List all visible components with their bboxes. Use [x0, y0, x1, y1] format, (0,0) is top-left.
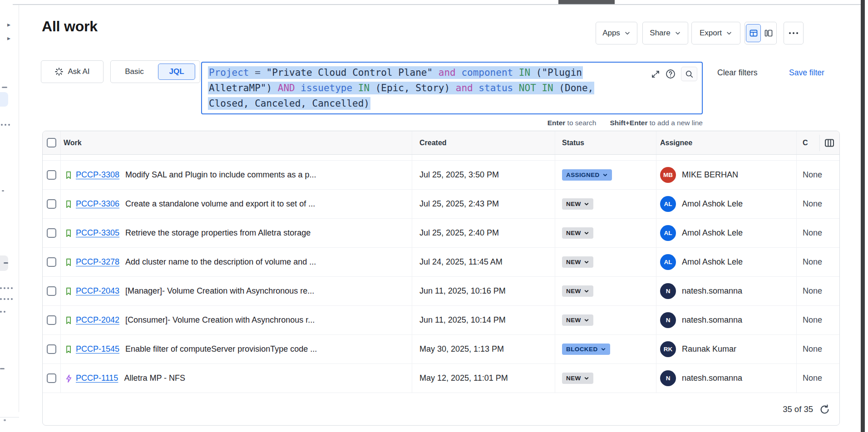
ask-ai-button[interactable]: Ask AI — [41, 60, 104, 83]
table-view-toggle[interactable] — [746, 24, 761, 42]
mode-basic-button[interactable]: Basic — [111, 67, 158, 76]
configure-columns-button[interactable] — [819, 135, 836, 151]
story-icon — [64, 228, 74, 238]
chevron-down-icon — [601, 347, 606, 352]
issue-summary[interactable]: Create a standalone volume and export it… — [125, 199, 315, 209]
mode-jql-button[interactable]: JQL — [158, 64, 195, 80]
jql-input[interactable]: Project = "Private Cloud Control Plane" … — [208, 65, 594, 111]
refresh-button[interactable] — [819, 404, 830, 415]
ai-sparkle-icon — [54, 67, 64, 76]
row-checkbox[interactable] — [47, 199, 56, 209]
chevron-right-icon[interactable]: ▸ — [7, 21, 10, 28]
sidebar-fragment — [4, 419, 6, 421]
row-checkbox[interactable] — [47, 257, 56, 267]
more-actions-button[interactable] — [784, 22, 804, 44]
syntax-help-button[interactable] — [665, 69, 676, 79]
status-badge[interactable]: NEW — [562, 373, 593, 384]
status-badge[interactable]: NEW — [562, 285, 593, 297]
issue-summary[interactable]: Modify SAL and Plugin to include comment… — [125, 170, 316, 180]
issue-summary[interactable]: Alletra MP - NFS — [124, 373, 185, 383]
row-checkbox[interactable] — [47, 228, 56, 238]
assignee-avatar[interactable]: AL — [660, 225, 676, 241]
status-label: NEW — [566, 201, 581, 207]
issue-key-link[interactable]: PCCP-2042 — [76, 315, 119, 325]
status-badge[interactable]: NEW — [562, 314, 593, 326]
detail-view-toggle[interactable] — [762, 24, 775, 42]
row-checkbox[interactable] — [47, 344, 56, 354]
run-search-button[interactable] — [681, 67, 697, 81]
issue-key-link[interactable]: PCCP-3308 — [76, 170, 119, 180]
table-row: PCCP-3308 Modify SAL and Plugin to inclu… — [43, 161, 839, 190]
export-button[interactable]: Export — [691, 22, 740, 44]
status-badge[interactable]: NEW — [562, 227, 593, 239]
status-label: NEW — [566, 375, 581, 382]
chevron-down-icon — [584, 260, 589, 265]
assignee-name: Amol Ashok Lele — [682, 199, 743, 209]
issue-key-link[interactable]: PCCP-1115 — [76, 373, 118, 383]
assignee-avatar[interactable]: RK — [660, 341, 676, 357]
issue-key-link[interactable]: PCCP-3278 — [76, 257, 119, 267]
row-checkbox[interactable] — [47, 170, 56, 180]
column-header-assignee[interactable]: Assignee — [660, 139, 692, 147]
story-icon — [64, 286, 74, 296]
apps-button[interactable]: Apps — [596, 22, 637, 44]
assignee-name: Amol Ashok Lele — [682, 257, 743, 267]
assignee-avatar[interactable]: N — [660, 312, 676, 328]
assignee-avatar[interactable]: N — [660, 370, 676, 386]
sidebar-item-selected[interactable] — [0, 92, 8, 107]
detail-view-icon — [764, 29, 773, 38]
row-checkbox[interactable] — [47, 373, 56, 383]
row-checkbox[interactable] — [47, 286, 56, 296]
created-value: Jul 25, 2025, 3:50 PM — [419, 170, 499, 180]
issue-summary[interactable]: [Manager]- Volume Creation with Asynchro… — [125, 286, 314, 296]
issue-summary[interactable]: [Consumer]- Volume Creation with Asynchr… — [125, 315, 315, 325]
issue-summary[interactable]: Enable filter of computeServer provision… — [125, 344, 317, 354]
shift-enter-key-hint: Shift+Enter — [610, 119, 647, 127]
assignee-name: natesh.somanna — [682, 286, 742, 296]
assignee-avatar[interactable]: AL — [660, 196, 676, 212]
table-footer: 35 of 35 — [43, 393, 839, 426]
column-header-created[interactable]: Created — [419, 139, 447, 147]
refresh-icon — [819, 404, 830, 415]
sidebar-fragment — [0, 298, 13, 300]
table-row: PCCP-3305 Retrieve the storage propertie… — [43, 219, 839, 248]
clear-filters-button[interactable]: Clear filters — [717, 68, 758, 78]
sidebar-fragment — [2, 87, 7, 88]
sidebar-fragment — [0, 287, 13, 289]
assignee-avatar[interactable]: AL — [660, 254, 676, 270]
select-all-checkbox[interactable] — [47, 138, 56, 147]
status-badge[interactable]: NEW — [562, 256, 593, 268]
extra-column-value: None — [803, 344, 822, 354]
save-filter-button[interactable]: Save filter — [789, 68, 824, 78]
meatball-menu-icon — [789, 32, 798, 34]
row-checkbox[interactable] — [47, 315, 56, 325]
issue-key-link[interactable]: PCCP-3306 — [76, 199, 119, 209]
status-label: NEW — [566, 259, 581, 265]
chevron-right-icon[interactable]: ▸ — [7, 35, 10, 41]
table-row: PCCP-3278 Add cluster name to the descri… — [43, 248, 839, 277]
shift-enter-action-hint: to add a new line — [647, 119, 703, 127]
created-value: May 12, 2025, 11:01 PM — [419, 373, 508, 383]
column-header-work[interactable]: Work — [64, 139, 82, 147]
sidebar-fragment — [0, 368, 5, 369]
expand-editor-button[interactable] — [651, 69, 660, 79]
status-badge[interactable]: ASSIGNED — [562, 169, 612, 181]
issue-summary[interactable]: Add cluster name to the description of v… — [125, 257, 316, 267]
issue-key-link[interactable]: PCCP-1545 — [76, 344, 119, 354]
issue-key-link[interactable]: PCCP-3305 — [76, 228, 119, 238]
share-button[interactable]: Share — [642, 22, 688, 44]
screen-edge-bar — [861, 0, 865, 432]
chevron-down-icon — [584, 376, 589, 381]
jql-editor[interactable]: Project = "Private Cloud Control Plane" … — [201, 62, 703, 114]
status-badge[interactable]: NEW — [562, 198, 593, 210]
column-header-extra[interactable]: C — [803, 139, 808, 147]
assignee-avatar[interactable]: MB — [660, 167, 676, 183]
status-badge[interactable]: BLOCKED — [562, 344, 610, 355]
created-value: Jun 11, 2025, 10:14 PM — [419, 315, 506, 325]
column-header-status[interactable]: Status — [562, 139, 584, 147]
issue-summary[interactable]: Retrieve the storage properties from All… — [125, 228, 311, 238]
extra-column-value: None — [803, 228, 822, 238]
issue-key-link[interactable]: PCCP-2043 — [76, 286, 119, 296]
assignee-name: natesh.somanna — [682, 373, 742, 383]
assignee-avatar[interactable]: N — [660, 283, 676, 299]
